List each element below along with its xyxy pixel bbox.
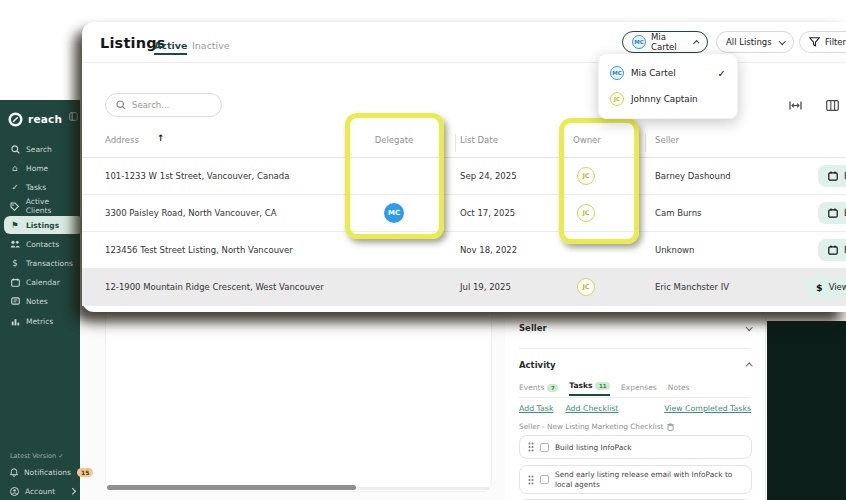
cell-owner: JC (568, 269, 604, 305)
column-divider (455, 134, 456, 152)
sidebar-item-transactions[interactable]: $ Transactions (4, 255, 76, 271)
table-row[interactable]: 3300 Paisley Road, North Vancouver, CA M… (82, 195, 846, 232)
seller-section-header[interactable]: Seller (519, 323, 751, 333)
listing-scope-dropdown[interactable]: All Listings (716, 31, 794, 53)
bar-chart-icon (10, 317, 20, 326)
columns-icon[interactable] (826, 100, 839, 111)
home-icon: ⌂ (10, 163, 20, 173)
sidebar-item-label: Active Clients (26, 197, 76, 215)
agent-filter-dropdown[interactable]: MC Mia Cartel (622, 31, 708, 53)
action-label: View (829, 282, 846, 292)
events-button[interactable]: E (818, 165, 846, 187)
cell-actions: E (818, 158, 846, 194)
events-button[interactable]: E (818, 202, 846, 224)
menu-item-label: Mia Cartel (631, 68, 676, 78)
table-row-highlighted[interactable]: 12-1900 Mountain Ridge Crescent, West Va… (82, 269, 846, 306)
cell-actions: $ View (806, 269, 846, 305)
table-header: Address ↑ Delegate List Date Owner Selle… (82, 126, 846, 158)
cell-actions: E (818, 232, 846, 268)
tab-events[interactable]: Events 7 (519, 383, 558, 396)
column-header-address[interactable]: Address (105, 135, 139, 145)
chevron-up-icon (693, 40, 699, 46)
cell-list-date: Sep 24, 2025 (460, 158, 552, 194)
chevron-up-icon (746, 363, 752, 369)
collapse-sidebar-icon[interactable] (69, 112, 78, 121)
version-check-icon: ✓ (58, 452, 63, 460)
checklist-title: Seller - New Listing Marketing Checklist (519, 422, 663, 431)
sidebar-item-label: Transactions (26, 259, 73, 268)
cell-seller: Eric Manchster IV (655, 269, 790, 305)
view-completed-tasks-link[interactable]: View Completed Tasks (664, 404, 751, 413)
listing-detail-panel: Seller Activity Events 7 Tasks 11 Expens… (505, 315, 766, 500)
cell-actions: E (818, 195, 846, 231)
version-status: Latest Version ✓ (10, 452, 64, 460)
column-header-seller[interactable]: Seller (655, 135, 679, 145)
cell-list-date: Oct 17, 2025 (460, 195, 552, 231)
tab-notes[interactable]: Notes (668, 383, 690, 396)
tab-inactive[interactable]: Inactive (192, 40, 230, 51)
table-row[interactable]: 123456 Test Street Listing, North Vancou… (82, 232, 846, 269)
screen: reach Search ⌂ Home ✓ Tasks Active Clien… (0, 0, 846, 500)
task-checkbox[interactable] (540, 475, 549, 484)
view-transactions-button[interactable]: $ View (806, 276, 846, 298)
avatar: MC (632, 35, 646, 49)
sidebar: reach Search ⌂ Home ✓ Tasks Active Clien… (0, 100, 80, 500)
notes-icon (10, 297, 20, 306)
reach-logo-icon (8, 112, 23, 127)
trash-icon[interactable] (667, 423, 674, 431)
sidebar-item-tasks[interactable]: ✓ Tasks (4, 179, 76, 195)
notifications-button[interactable]: Notifications 15 (4, 465, 78, 480)
table-row[interactable]: 101-1233 W 1st Street, Vancouver, Canada… (82, 158, 846, 195)
agent-filter-label: Mia Cartel (651, 32, 689, 52)
activity-section-header[interactable]: Activity (519, 360, 751, 370)
filter-button[interactable]: Filter (799, 31, 846, 53)
checklist-item: Build listing InfoPack (519, 435, 752, 459)
horizontal-scrollbar-thumb[interactable] (107, 485, 356, 490)
cell-seller: Barney Dashound (655, 158, 790, 194)
sidebar-item-active-clients[interactable]: Active Clients (4, 198, 76, 214)
drag-handle-icon[interactable] (528, 475, 534, 485)
cell-address: 123456 Test Street Listing, North Vancou… (105, 232, 350, 268)
checklist-item: Send early listing release email with In… (519, 465, 752, 494)
sidebar-item-label: Calendar (26, 278, 60, 287)
sidebar-item-label: Metrics (26, 317, 53, 326)
sidebar-item-search[interactable]: Search (4, 141, 76, 157)
sidebar-item-listings[interactable]: ⚑ Listings (4, 216, 84, 234)
app-name: reach (28, 113, 62, 125)
tab-expenses[interactable]: Expenses (621, 383, 657, 396)
cell-list-date: Jul 19, 2025 (460, 269, 552, 305)
menu-item-mia-cartel[interactable]: MC Mia Cartel ✓ (599, 60, 737, 86)
account-button[interactable]: Account (4, 484, 78, 499)
task-checkbox[interactable] (540, 443, 549, 452)
cell-seller: Unknown (655, 232, 790, 268)
menu-item-johnny-captain[interactable]: JC Johnny Captain (599, 86, 737, 112)
sidebar-item-label: Notes (26, 297, 48, 306)
sort-ascending-icon[interactable]: ↑ (157, 133, 165, 143)
calendar-icon (10, 278, 20, 287)
add-checklist-link[interactable]: Add Checklist (565, 404, 618, 413)
tab-tasks[interactable]: Tasks 11 (569, 381, 610, 396)
activity-tabs: Events 7 Tasks 11 Expenses Notes (519, 381, 689, 396)
delegate-column-highlight (345, 113, 444, 239)
search-input[interactable] (132, 100, 206, 110)
avatar: MC (610, 66, 624, 80)
cell-list-date: Nov 18, 2022 (460, 232, 552, 268)
column-divider (645, 134, 646, 152)
sidebar-item-contacts[interactable]: Contacts (4, 236, 76, 252)
fit-columns-icon[interactable] (789, 100, 802, 111)
app-logo: reach (8, 108, 62, 130)
cell-seller: Cam Burns (655, 195, 790, 231)
column-header-list-date[interactable]: List Date (460, 135, 498, 145)
sidebar-item-calendar[interactable]: Calendar (4, 274, 76, 290)
task-text: Send early listing release email with In… (555, 470, 743, 489)
seller-section-label: Seller (519, 323, 547, 333)
tab-active[interactable]: Active (154, 40, 187, 55)
owner-column-highlight (559, 118, 639, 244)
drag-handle-icon[interactable] (528, 442, 534, 452)
sidebar-item-home[interactable]: ⌂ Home (4, 160, 76, 176)
sidebar-item-metrics[interactable]: Metrics (4, 313, 76, 329)
events-button[interactable]: E (818, 239, 846, 261)
sidebar-item-notes[interactable]: Notes (4, 293, 76, 309)
events-count-badge: 7 (547, 384, 558, 392)
add-task-link[interactable]: Add Task (519, 404, 553, 413)
